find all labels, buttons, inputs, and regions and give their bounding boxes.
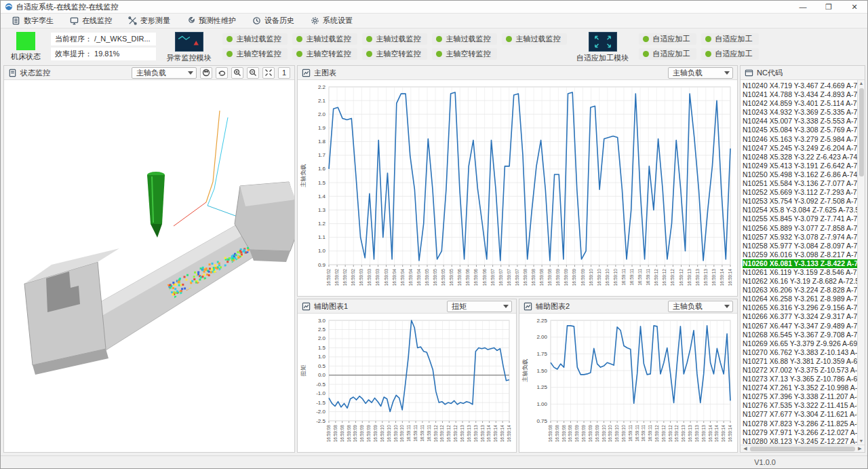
nc-code-line[interactable]: N10246 X5.163 Y-3.279 Z-5.984 A-74.892 — [743, 135, 857, 144]
machine-state-indicator — [16, 32, 35, 50]
zoom-in-button[interactable] — [231, 67, 243, 79]
nc-code-line[interactable]: N10254 X5.8 Y-3.084 Z-7.625 A-73.571 C — [743, 206, 857, 214]
svg-text:16:59:14: 16:59:14 — [708, 425, 713, 443]
nc-code-line[interactable]: N10255 X5.845 Y-3.079 Z-7.741 A-73.458 — [743, 214, 857, 223]
aux-chart1-plot[interactable]: 16:59:0816:59:0816:59:0816:59:0816:59:09… — [298, 314, 516, 452]
svg-text:1.50: 1.50 — [536, 368, 547, 374]
aux-chart1-signal-dropdown[interactable]: 扭矩 — [447, 301, 512, 312]
menu-deformation-measure[interactable]: 变形测量 — [121, 14, 177, 27]
svg-text:16:59:03: 16:59:03 — [384, 269, 389, 286]
nc-code-line[interactable]: N10267 X6.447 Y-3.347 Z-9.489 A-71.055 — [743, 322, 857, 331]
nc-code-line[interactable]: N10247 X5.245 Y-3.249 Z-6.204 A-74.701 — [743, 144, 857, 153]
nc-code-line[interactable]: N10257 X5.932 Y-3.078 Z-7.974 A-73.243 — [743, 233, 857, 242]
rotate-view-button[interactable] — [216, 67, 228, 79]
overload-badge-row: 主轴过载监控主轴过载监控主轴过载监控主轴过载监控主轴过载监控 — [222, 33, 567, 45]
svg-text:16:59:09: 16:59:09 — [581, 425, 586, 443]
svg-text:16:59:13: 16:59:13 — [480, 425, 485, 443]
nc-code-line[interactable]: N10263 X6.206 Y-3.224 Z-8.828 A-72.33 C — [743, 286, 857, 295]
nc-code-line[interactable]: N10258 X5.977 Y-3.084 Z-8.097 A-73.138 — [743, 242, 857, 250]
nc-code-line[interactable]: N10279 X7.971 Y-3.266 Z-12.027 A-62.98 — [743, 428, 857, 437]
svg-text:16:59:03: 16:59:03 — [359, 269, 363, 286]
scroll-up-icon[interactable]: ▲ — [859, 80, 864, 87]
overload-badge: 主轴过载监控 — [222, 33, 288, 45]
restore-button[interactable]: ❐ — [816, 1, 842, 13]
close-button[interactable]: ✕ — [842, 1, 867, 13]
nc-code-line[interactable]: N10270 X6.762 Y-3.383 Z-10.143 A-69.34 — [743, 348, 857, 357]
svg-text:16:59:09: 16:59:09 — [572, 269, 576, 286]
svg-text:16:59:05: 16:59:05 — [449, 269, 454, 286]
nc-code-line[interactable]: N10251 X5.584 Y-3.136 Z-7.077 A-74.012 — [743, 179, 857, 188]
green-dot-icon — [296, 36, 302, 42]
menu-predictive-maintenance[interactable]: 预测性维护 — [180, 14, 243, 27]
nc-code-line[interactable]: N10243 X4.932 Y-3.369 Z-5.335 A-75.523 — [743, 108, 857, 117]
main-chart-signal-dropdown[interactable]: 主轴负载 — [668, 67, 733, 79]
machined-part-render — [4, 80, 294, 452]
nc-code-line[interactable]: N10275 X7.396 Y-3.338 Z-11.207 A-65.95 — [743, 392, 857, 401]
nc-code-line[interactable]: N10260 X6.081 Y-3.133 Z-8.422 A-72.835 — [743, 259, 857, 268]
nc-code-line[interactable]: N10266 X6.377 Y-3.324 Z-9.317 A-71.443 — [743, 312, 857, 321]
viewport-signal-dropdown[interactable]: 主轴负载 — [132, 67, 197, 79]
menu-online-monitor[interactable]: 在线监控 — [63, 14, 119, 27]
main-chart-plot[interactable]: 16:59:0216:59:0216:59:0216:59:0216:59:03… — [298, 80, 737, 296]
svg-text:16:59:09: 16:59:09 — [373, 425, 378, 443]
nc-code-line[interactable]: N10280 X8.123 Y-3.245 Z-12.227 A-62.23 — [743, 437, 857, 445]
svg-text:-2.5: -2.5 — [316, 418, 326, 424]
aux-chart2-plot[interactable]: 16:59:0816:59:0816:59:0816:59:0816:59:09… — [519, 314, 737, 452]
nc-code-line[interactable]: N10262 X6.16 Y-3.19 Z-8.682 A-72.534 C — [743, 277, 857, 286]
scroll-left-icon[interactable]: ◀ — [742, 446, 749, 451]
abnormal-monitor-module[interactable]: 异常监控模块 — [163, 32, 216, 63]
svg-text:16:59:13: 16:59:13 — [711, 269, 716, 286]
zoom-out-button[interactable] — [247, 67, 259, 79]
svg-text:1.4: 1.4 — [318, 193, 326, 200]
nc-code-line[interactable]: N10242 X4.859 Y-3.401 Z-5.114 A-75.775 — [743, 99, 857, 108]
green-dot-icon — [705, 36, 711, 42]
nc-code-line[interactable]: N10249 X5.413 Y-3.191 Z-6.642 A-74.346 — [743, 162, 857, 170]
palette-button[interactable] — [200, 67, 212, 79]
menu-system-settings[interactable]: 系统设置 — [304, 14, 359, 27]
nc-code-line[interactable]: N10256 X5.889 Y-3.077 Z-7.858 A-73.348 — [743, 224, 857, 233]
nc-code-line[interactable]: N10276 X7.535 Y-3.322 Z-11.415 A-65.22 — [743, 401, 857, 410]
nc-code-line[interactable]: N10259 X6.016 Y-3.098 Z-8.217 A-73.036 — [743, 250, 857, 259]
nc-code-line[interactable]: N10261 X6.119 Y-3.159 Z-8.546 A-72.701 — [743, 268, 857, 277]
nc-code-line[interactable]: N10244 X5.007 Y-3.338 Z-5.553 A-75.297 — [743, 117, 857, 126]
nc-vertical-scrollbar[interactable]: ▲ ▼ — [857, 80, 865, 445]
nc-horizontal-scrollbar[interactable]: ◀ ▶ — [741, 445, 865, 452]
nc-code-line[interactable]: N10248 X5.328 Y-3.22 Z-6.423 A-74.52 C — [743, 153, 857, 162]
nc-code-line[interactable]: N10268 X6.545 Y-3.367 Z-9.708 A-70.519 — [743, 331, 857, 339]
scroll-right-icon[interactable]: ▶ — [856, 446, 863, 451]
svg-text:16:59:09: 16:59:09 — [366, 425, 371, 443]
nc-code-line[interactable]: N10250 X5.498 Y-3.162 Z-6.86 A-74.178 C — [743, 170, 857, 179]
svg-text:16:59:08: 16:59:08 — [333, 425, 338, 443]
svg-text:3.0: 3.0 — [318, 318, 326, 324]
minimize-button[interactable]: — — [790, 1, 816, 13]
nc-code-line[interactable]: N10273 X7.13 Y-3.365 Z-10.786 A-67.372 — [743, 375, 857, 383]
scale-value-button[interactable]: 1 — [278, 67, 290, 79]
nc-code-line[interactable]: N10264 X6.258 Y-3.261 Z-8.989 A-72.072 — [743, 295, 857, 303]
horizontal-scroll-thumb[interactable] — [750, 447, 855, 451]
menu-device-history[interactable]: 设备历史 — [245, 14, 301, 27]
nc-code-line[interactable]: N10274 X7.261 Y-3.352 Z-10.998 A-66.67 — [743, 383, 857, 392]
nc-code-line[interactable]: N10252 X5.669 Y-3.112 Z-7.293 A-73.844 — [743, 188, 857, 197]
vertical-scroll-thumb[interactable] — [859, 88, 864, 176]
aux-chart2-signal-dropdown[interactable]: 主轴负载 — [668, 301, 733, 312]
nc-code-line[interactable]: N10253 X5.754 Y-3.092 Z-7.508 A-73.677 — [743, 197, 857, 206]
nc-code-line[interactable]: N10269 X6.65 Y-3.379 Z-9.926 A-69.947 C — [743, 339, 857, 348]
nc-code-line[interactable]: N10271 X6.88 Y-3.381 Z-10.359 A-68.711 — [743, 357, 857, 366]
nc-code-line[interactable]: N10241 X4.788 Y-3.434 Z-4.893 A-76.062 — [743, 90, 857, 99]
adaptive-machining-module[interactable]: 自适应加工模块 — [574, 32, 632, 63]
green-dot-icon — [226, 36, 233, 42]
svg-text:16:59:12: 16:59:12 — [439, 425, 444, 443]
nc-code-list[interactable]: N10240 X4.719 Y-3.467 Z-4.669 A-76.396N1… — [741, 80, 857, 445]
menu-digital-twin[interactable]: 数字孪生 — [5, 14, 60, 27]
nc-code-line[interactable]: N10272 X7.002 Y-3.375 Z-10.573 A-68.05 — [743, 366, 857, 375]
svg-text:1.5: 1.5 — [318, 345, 326, 351]
3d-model-viewport[interactable] — [4, 80, 294, 452]
nc-code-line[interactable]: N10240 X4.719 Y-3.467 Z-4.669 A-76.396 — [743, 81, 857, 90]
nc-code-line[interactable]: N10278 X7.823 Y-3.286 Z-11.825 A-63.73 — [743, 419, 857, 428]
svg-text:16:59:07: 16:59:07 — [507, 269, 511, 286]
nc-code-line[interactable]: N10265 X6.316 Y-3.296 Z-9.156 A-71.771 — [743, 303, 857, 312]
nc-code-line[interactable]: N10245 X5.084 Y-3.308 Z-5.769 A-75.088 — [743, 126, 857, 134]
nc-code-line[interactable]: N10277 X7.677 Y-3.304 Z-11.621 A-64.48 — [743, 410, 857, 419]
fit-view-button[interactable] — [262, 67, 275, 79]
scroll-down-icon[interactable]: ▼ — [859, 438, 864, 445]
